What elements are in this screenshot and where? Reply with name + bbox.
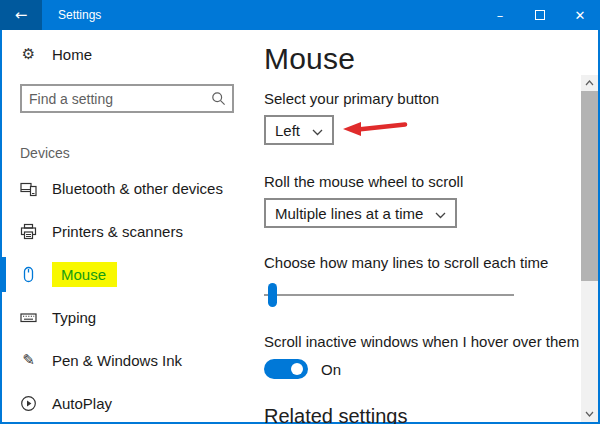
keyboard-icon — [20, 309, 37, 326]
primary-button-dropdown[interactable]: Left — [264, 115, 334, 145]
toggle-knob — [291, 363, 303, 375]
sidebar-item-label: Home — [52, 46, 92, 63]
sidebar-item-label: Pen & Windows Ink — [52, 352, 182, 369]
dropdown-value: Left — [275, 122, 300, 139]
search-icon — [210, 90, 227, 107]
mouse-icon — [20, 266, 37, 283]
scrollbar-up-button[interactable] — [581, 75, 598, 91]
sidebar: ⚙ Home Devices Bluetooth & other devices — [2, 30, 252, 422]
slider-track[interactable] — [264, 294, 514, 296]
page-title: Mouse — [264, 42, 579, 76]
selected-indicator — [2, 257, 6, 292]
window-controls: – ✕ — [480, 0, 600, 30]
settings-window: ← Settings – ✕ ⚙ Home — [0, 0, 600, 424]
sidebar-item-printers[interactable]: Printers & scanners — [2, 210, 252, 253]
primary-button-label: Select your primary button — [264, 90, 579, 107]
autoplay-icon — [20, 395, 37, 412]
scroll-lines-slider[interactable] — [264, 283, 514, 307]
main-content: Mouse Select your primary button Left Ro… — [252, 30, 600, 422]
close-button[interactable]: ✕ — [560, 0, 600, 30]
scroll-lines-label: Choose how many lines to scroll each tim… — [264, 254, 579, 271]
search-input[interactable] — [29, 91, 210, 107]
related-settings-header: Related settings — [264, 405, 579, 424]
red-arrow-annotation — [342, 119, 408, 143]
toggle-state-label: On — [321, 361, 341, 378]
sidebar-item-home[interactable]: ⚙ Home — [2, 34, 252, 74]
slider-thumb[interactable] — [268, 283, 277, 307]
sidebar-item-label: Typing — [52, 309, 96, 326]
pen-icon: ✎ — [20, 352, 37, 369]
sidebar-item-label: Printers & scanners — [52, 223, 183, 240]
inactive-windows-label: Scroll inactive windows when I hover ove… — [264, 333, 579, 350]
titlebar: ← Settings – ✕ — [0, 0, 600, 30]
sidebar-item-label: Bluetooth & other devices — [52, 180, 223, 197]
search-box[interactable] — [20, 84, 234, 113]
sidebar-item-pen[interactable]: ✎ Pen & Windows Ink — [2, 339, 252, 382]
chevron-down-icon — [435, 205, 446, 222]
maximize-button[interactable] — [520, 0, 560, 30]
wheel-scroll-label: Roll the mouse wheel to scroll — [264, 173, 579, 190]
wheel-scroll-dropdown[interactable]: Multiple lines at a time — [264, 198, 457, 228]
back-button[interactable]: ← — [0, 0, 42, 30]
scrollbar[interactable] — [581, 75, 598, 422]
gear-icon: ⚙ — [20, 46, 37, 63]
minimize-icon: – — [497, 8, 504, 23]
chevron-down-icon — [312, 122, 323, 139]
sidebar-item-bluetooth[interactable]: Bluetooth & other devices — [2, 167, 252, 210]
scrollbar-down-button[interactable] — [581, 406, 598, 422]
maximize-icon — [535, 10, 545, 20]
devices-icon — [20, 180, 37, 197]
sidebar-item-mouse[interactable]: Mouse — [2, 253, 252, 296]
sidebar-item-label-highlighted: Mouse — [52, 262, 117, 287]
printer-icon — [20, 223, 37, 240]
sidebar-section-devices: Devices — [20, 145, 252, 161]
sidebar-item-typing[interactable]: Typing — [2, 296, 252, 339]
dropdown-value: Multiple lines at a time — [275, 205, 423, 222]
minimize-button[interactable]: – — [480, 0, 520, 30]
sidebar-item-autoplay[interactable]: AutoPlay — [2, 382, 252, 424]
close-icon: ✕ — [575, 8, 586, 23]
inactive-windows-toggle[interactable] — [264, 359, 308, 379]
window-title: Settings — [42, 0, 480, 30]
sidebar-item-label: AutoPlay — [52, 395, 112, 412]
back-arrow-icon: ← — [15, 6, 28, 24]
scrollbar-thumb[interactable] — [581, 91, 598, 281]
